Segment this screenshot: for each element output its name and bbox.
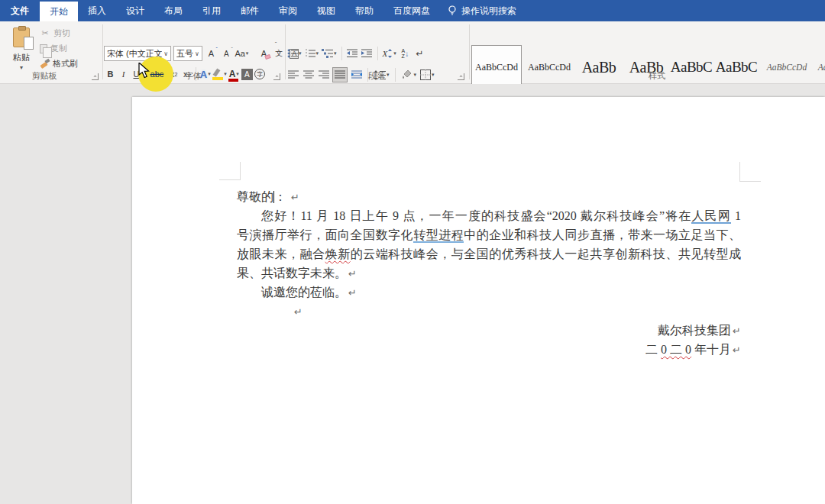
signature-line[interactable]: 戴尔科技集团↵ <box>237 321 741 340</box>
enclose-glyph: 字 <box>254 69 265 79</box>
paragraph-mark: ↵ <box>294 306 302 318</box>
font-dialog-launcher[interactable] <box>273 73 280 80</box>
dropdown-caret-icon: ▾ <box>299 50 302 57</box>
clipboard-dialog-launcher[interactable] <box>92 73 99 80</box>
align-center-button[interactable] <box>302 67 315 82</box>
eraser-icon <box>264 54 270 60</box>
document-text[interactable]: 尊敬的： ↵ 您好！11 月 18 日上午 9 点，一年一度的科技盛会“2020… <box>237 187 741 359</box>
paste-button[interactable]: 粘贴 ▾ <box>6 26 37 76</box>
bold-button[interactable]: B <box>104 66 117 82</box>
dropdown-caret-icon: ▾ <box>393 50 396 57</box>
shrink-font-button[interactable]: A ˇ <box>220 46 233 61</box>
down-arrow-icon: ↓ <box>405 50 409 58</box>
paragraph-dialog-launcher[interactable] <box>458 73 464 80</box>
align-left-icon <box>288 70 299 79</box>
asian-layout-button[interactable]: X ▾ <box>382 46 397 61</box>
body-text: 您好！11 月 18 日上午 9 点，一年一度的科技盛会“2020 戴尔科技峰会… <box>261 209 691 222</box>
sort-button[interactable]: A Z ↓ <box>399 46 412 61</box>
body-text: 的云端科技峰会，与全国的优秀科技人一起共享创新科技、共见转型成 <box>351 247 741 260</box>
asian-layout-glyph: X <box>383 49 388 58</box>
lightbulb-icon <box>448 5 457 17</box>
tab-baidu-netdisk[interactable]: 百度网盘 <box>383 0 440 21</box>
grow-font-button[interactable]: A ˆ <box>205 46 218 61</box>
body-line-3[interactable]: 放眼未来，融合焕新的云端科技峰会，与全国的优秀科技人一起共享创新科技、共见转型成 <box>237 244 741 263</box>
body-text: 1 <box>731 209 741 222</box>
multilevel-list-button[interactable]: ▾ <box>321 46 338 61</box>
copy-label: 复制 <box>50 43 67 54</box>
dropdown-caret-icon: ▾ <box>236 71 239 77</box>
format-painter-button[interactable]: 格式刷 <box>40 58 78 69</box>
paragraph-invitation[interactable]: 诚邀您的莅临。↵ <box>237 283 741 302</box>
align-left-button[interactable] <box>286 67 299 82</box>
tab-references[interactable]: 引用 <box>192 0 231 21</box>
body-line-4[interactable]: 果、共话数字未来。↵ <box>237 263 741 283</box>
empty-paragraph[interactable]: ↵ <box>237 302 741 321</box>
shrink-font-glyph: A <box>224 50 229 58</box>
align-right-icon <box>319 70 329 79</box>
strikethrough-button[interactable]: abc <box>150 66 165 82</box>
paragraph-salutation[interactable]: 尊敬的： ↵ <box>237 187 741 206</box>
divider <box>377 47 378 60</box>
chevron-down-icon: ∨ <box>193 50 199 57</box>
document-page[interactable]: 尊敬的： ↵ 您好！11 月 18 日上午 9 点，一年一度的科技盛会“2020… <box>132 97 825 504</box>
tell-me-label: 操作说明搜索 <box>461 5 516 18</box>
style-sample: AaBb <box>582 48 616 86</box>
tab-home[interactable]: 开始 <box>40 2 78 21</box>
style-sample: AaBbC <box>716 48 758 86</box>
tab-review[interactable]: 审阅 <box>269 0 307 21</box>
tell-me-box[interactable]: 操作说明搜索 <box>440 0 524 21</box>
strikethrough-glyph: abc <box>150 69 164 79</box>
multilevel-list-icon <box>322 49 333 58</box>
mouse-cursor <box>138 63 150 79</box>
date-line[interactable]: 二 0 二 0 年十月↵ <box>237 340 741 359</box>
decrease-indent-button[interactable] <box>346 46 359 61</box>
date-text: 二 <box>645 343 661 356</box>
dropdown-caret-icon: ▾ <box>334 50 337 57</box>
tab-design[interactable]: 设计 <box>116 0 154 21</box>
tab-file[interactable]: 文件 <box>0 0 40 21</box>
bold-glyph: B <box>108 69 114 79</box>
tab-view[interactable]: 视图 <box>307 0 345 21</box>
chevron-down-icon: ∨ <box>162 50 168 57</box>
font-size-combobox[interactable]: 五号 ∨ <box>173 46 202 61</box>
body-text: 号演播厅举行，面向全国数字化 <box>237 228 413 241</box>
align-right-button[interactable] <box>317 67 330 82</box>
bullets-button[interactable]: ▾ <box>286 46 302 61</box>
indent-icon <box>361 49 372 58</box>
paragraph-mark: ↵ <box>733 325 741 337</box>
underlined-term: 人民网 <box>691 209 730 224</box>
character-shading-button[interactable]: A <box>241 66 254 82</box>
style-sample: AaBbCcDd <box>767 48 807 86</box>
copy-button[interactable]: 复制 <box>40 43 78 54</box>
grow-font-glyph: A <box>209 49 214 58</box>
char-shade-glyph: A <box>241 69 253 80</box>
group-separator <box>469 24 470 79</box>
phonetic-guide-button[interactable]: 文 <box>273 46 286 61</box>
font-size-value: 五号 <box>176 48 193 60</box>
body-line-2[interactable]: 号演播厅举行，面向全国数字化转型进程中的企业和科技人同步直播，带来一场立足当下、 <box>237 225 741 244</box>
change-case-button[interactable]: Aa ▾ <box>235 46 248 61</box>
increase-indent-button[interactable] <box>361 46 374 61</box>
date-text: 年十月 <box>691 343 731 356</box>
styles-group-label: 样式 <box>619 70 695 82</box>
ribbon: 粘贴 ▾ ✂ 剪切 复制 格式刷 剪贴板 宋体 (中文正文 ∨ <box>0 21 825 84</box>
clear-formatting-button[interactable]: A <box>257 46 270 61</box>
document-area: 尊敬的： ↵ 您好！11 月 18 日上午 9 点，一年一度的科技盛会“2020… <box>0 84 825 504</box>
body-line-1[interactable]: 您好！11 月 18 日上午 9 点，一年一度的科技盛会“2020 戴尔科技峰会… <box>237 206 741 225</box>
borders-button[interactable]: ▾ <box>419 67 435 82</box>
pinyin-glyph: 文 <box>275 48 283 59</box>
show-hide-marks-button[interactable]: ↵ <box>413 46 426 61</box>
outdent-icon <box>347 49 358 58</box>
salutation-colon: ： <box>274 190 286 203</box>
italic-button[interactable]: I <box>117 66 130 82</box>
body-text: 中的企业和科技人同步直播，带来一场立足当下、 <box>464 228 741 241</box>
ribbon-tab-bar: 文件 开始 插入 设计 布局 引用 邮件 审阅 视图 帮助 百度网盘 操作说明搜… <box>0 0 825 21</box>
salutation-text: 尊敬的 <box>237 190 273 203</box>
tab-insert[interactable]: 插入 <box>78 0 116 21</box>
numbering-button[interactable]: ▾ <box>304 46 320 61</box>
tab-help[interactable]: 帮助 <box>345 0 383 21</box>
enclose-characters-button[interactable]: 字 <box>254 66 267 82</box>
tab-layout[interactable]: 布局 <box>154 0 192 21</box>
tab-mailings[interactable]: 邮件 <box>231 0 269 21</box>
cut-button[interactable]: ✂ 剪切 <box>40 27 78 39</box>
